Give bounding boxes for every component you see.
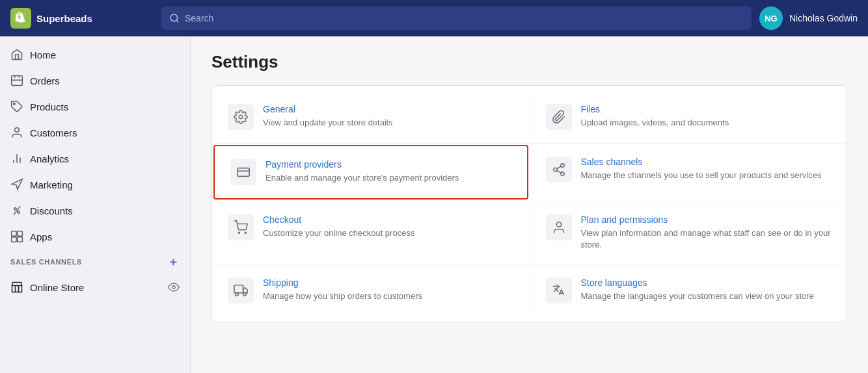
sidebar-label-apps: Apps <box>30 231 52 242</box>
sidebar-label-orders: Orders <box>30 75 60 86</box>
svg-rect-10 <box>12 231 17 237</box>
person-icon <box>546 214 572 240</box>
sidebar-label-products: Products <box>30 101 68 112</box>
svg-point-9 <box>18 211 20 213</box>
cart-icon <box>228 214 254 240</box>
gear-icon <box>228 104 254 130</box>
payment-icon <box>230 159 256 185</box>
main-content: Settings General View and update your st… <box>191 36 868 373</box>
svg-point-19 <box>553 168 557 172</box>
avatar: NG <box>759 6 783 30</box>
store-languages-title: Store languages <box>581 277 814 288</box>
svg-point-25 <box>556 222 561 227</box>
settings-row-4: Shipping Manage how you ship orders to c… <box>212 264 847 316</box>
svg-line-22 <box>556 166 560 169</box>
products-icon <box>10 100 23 113</box>
truck-icon <box>228 277 254 303</box>
sidebar-label-analytics: Analytics <box>30 153 69 164</box>
sidebar-item-marketing[interactable]: Marketing <box>0 172 190 198</box>
sidebar-label-home: Home <box>30 49 56 60</box>
sales-channels-header: SALES CHANNELS ＋ <box>0 250 190 274</box>
checkout-title: Checkout <box>263 214 414 225</box>
page-title: Settings <box>211 52 847 72</box>
svg-point-27 <box>236 293 239 296</box>
svg-point-18 <box>560 164 564 168</box>
svg-point-20 <box>560 172 564 176</box>
sidebar-item-products[interactable]: Products <box>0 94 190 120</box>
sidebar-item-online-store[interactable]: Online Store <box>0 274 190 300</box>
settings-row-3: Checkout Customize your online checkout … <box>212 201 847 264</box>
sidebar: Home Orders Products <box>0 36 191 373</box>
sidebar-label-marketing: Marketing <box>30 179 73 190</box>
paperclip-icon <box>546 104 572 130</box>
svg-rect-2 <box>12 76 23 86</box>
search-icon <box>169 13 180 23</box>
online-store-label: Online Store <box>30 282 84 293</box>
shipping-desc: Manage how you ship orders to customers <box>263 290 422 302</box>
brand[interactable]: Superbeads <box>10 8 154 29</box>
svg-line-21 <box>556 170 560 173</box>
payment-providers-desc: Enable and manage your store's payment p… <box>265 172 459 184</box>
svg-point-8 <box>14 208 16 210</box>
plan-permissions-desc: View plan information and manage what st… <box>581 227 832 251</box>
svg-rect-12 <box>12 237 17 242</box>
sidebar-label-discounts: Discounts <box>30 205 73 216</box>
svg-line-1 <box>176 20 178 22</box>
settings-row-2: Payment providers Enable and manage your… <box>212 144 847 201</box>
online-store-icon <box>10 281 23 294</box>
sidebar-item-orders[interactable]: Orders <box>0 68 190 94</box>
svg-point-28 <box>243 293 247 296</box>
settings-item-plan-permissions[interactable]: Plan and permissions View plan informati… <box>530 201 847 264</box>
sidebar-item-analytics[interactable]: Analytics <box>0 146 190 172</box>
settings-item-store-languages[interactable]: Store languages Manage the languages you… <box>530 264 847 316</box>
svg-rect-11 <box>18 231 23 237</box>
svg-point-0 <box>170 14 178 21</box>
analytics-icon <box>10 152 23 165</box>
settings-item-files[interactable]: Files Upload images, videos, and documen… <box>530 91 847 143</box>
settings-item-sales-channels[interactable]: Sales channels Manage the channels you u… <box>530 144 847 201</box>
settings-item-payment-providers[interactable]: Payment providers Enable and manage your… <box>213 145 528 199</box>
customers-icon <box>10 126 23 139</box>
svg-rect-16 <box>237 168 249 177</box>
layout: Home Orders Products <box>0 36 868 373</box>
sidebar-label-customers: Customers <box>30 127 77 138</box>
home-icon <box>10 48 23 61</box>
svg-point-14 <box>172 286 176 289</box>
eye-icon[interactable] <box>168 281 180 293</box>
search-bar[interactable] <box>161 6 752 30</box>
orders-icon <box>10 74 23 87</box>
sidebar-item-discounts[interactable]: Discounts <box>0 198 190 224</box>
svg-point-24 <box>245 232 246 233</box>
settings-item-general[interactable]: General View and update your store detai… <box>212 91 530 143</box>
settings-card: General View and update your store detai… <box>211 85 847 322</box>
channels-icon <box>546 157 572 183</box>
apps-icon <box>10 230 23 243</box>
svg-rect-13 <box>18 237 23 242</box>
sidebar-item-customers[interactable]: Customers <box>0 120 190 146</box>
settings-row-1: General View and update your store detai… <box>212 91 847 144</box>
user-area: NG Nicholas Godwin <box>759 6 858 30</box>
svg-rect-26 <box>234 285 243 293</box>
discounts-icon <box>10 204 23 217</box>
marketing-icon <box>10 178 23 191</box>
settings-item-checkout[interactable]: Checkout Customize your online checkout … <box>212 201 530 264</box>
svg-point-3 <box>14 103 16 105</box>
sidebar-item-apps[interactable]: Apps <box>0 224 190 250</box>
payment-providers-title: Payment providers <box>265 159 459 170</box>
svg-point-4 <box>15 128 20 133</box>
general-desc: View and update your store details <box>263 117 392 129</box>
svg-point-23 <box>238 232 239 233</box>
shipping-title: Shipping <box>263 277 422 288</box>
add-sales-channel-button[interactable]: ＋ <box>167 256 180 268</box>
settings-item-shipping[interactable]: Shipping Manage how you ship orders to c… <box>212 264 530 316</box>
files-title: Files <box>581 104 729 114</box>
general-title: General <box>263 104 392 114</box>
sidebar-item-home[interactable]: Home <box>0 42 190 68</box>
sales-channels-desc: Manage the channels you use to sell your… <box>581 170 822 181</box>
plan-permissions-title: Plan and permissions <box>581 214 832 225</box>
search-input[interactable] <box>185 13 744 23</box>
svg-point-15 <box>239 115 243 119</box>
shopify-icon <box>10 8 31 29</box>
sales-channels-title: Sales channels <box>581 157 822 167</box>
user-name: Nicholas Godwin <box>789 13 858 23</box>
